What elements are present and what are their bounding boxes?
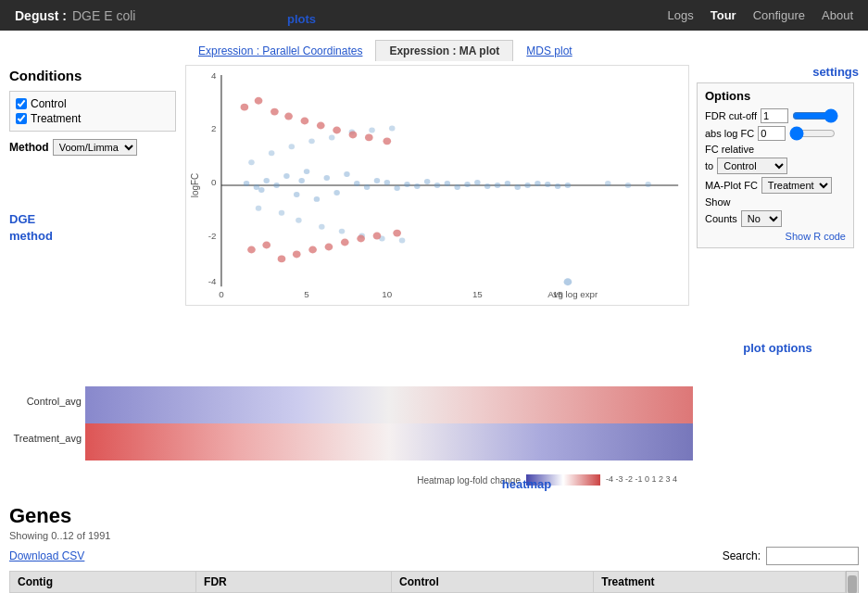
svg-point-34 (424, 179, 431, 184)
svg-text:logFC: logFC (190, 172, 200, 197)
fc-relative-label: FC relative (705, 144, 754, 155)
svg-point-25 (333, 190, 340, 196)
svg-text:0: 0 (211, 178, 216, 187)
nav-tour[interactable]: Tour (711, 8, 736, 22)
fc-relative-label-row: FC relative (705, 144, 846, 155)
svg-point-86 (605, 181, 611, 186)
abs-logfc-input[interactable] (758, 126, 786, 141)
search-label: Search: (723, 549, 761, 562)
genes-table: Contig FDR Control Treatment ptsG5.1e-10… (9, 571, 846, 593)
svg-text:4: 4 (211, 71, 216, 81)
svg-point-43 (514, 184, 521, 190)
svg-point-46 (545, 182, 551, 187)
svg-point-78 (341, 239, 349, 246)
method-select[interactable]: Voom/Limma (53, 139, 137, 156)
svg-point-88 (645, 182, 651, 187)
svg-point-82 (373, 233, 382, 240)
scrollbar-thumb[interactable] (848, 575, 857, 593)
svg-text:10: 10 (382, 290, 392, 299)
svg-point-48 (565, 183, 572, 188)
svg-text:-4: -4 (208, 278, 217, 287)
nav-configure[interactable]: Configure (753, 8, 805, 22)
condition-control-checkbox[interactable] (16, 98, 27, 109)
show-r-code-link[interactable]: Show R code (705, 231, 846, 242)
svg-text:15: 15 (553, 290, 563, 299)
genes-title: Genes (9, 504, 859, 528)
svg-point-19 (283, 173, 290, 179)
svg-point-70 (278, 255, 286, 262)
condition-list: Control Treatment (9, 91, 176, 132)
svg-point-74 (308, 246, 317, 253)
svg-point-76 (325, 244, 333, 251)
svg-point-29 (374, 178, 381, 183)
svg-point-65 (241, 104, 249, 111)
heatmap-svg: Control_avg Treatment_avg (9, 372, 695, 473)
condition-treatment-checkbox[interactable] (16, 113, 27, 124)
svg-point-84 (393, 230, 401, 237)
svg-point-27 (354, 181, 360, 186)
svg-point-23 (314, 196, 321, 202)
condition-control[interactable]: Control (16, 97, 170, 110)
svg-point-32 (404, 182, 410, 187)
maplot-fc-row: MA-Plot FC Treatment Control (705, 177, 846, 194)
svg-point-83 (383, 137, 391, 145)
svg-point-20 (294, 192, 300, 197)
search-input[interactable] (766, 547, 859, 565)
fc-to-label: to (705, 160, 713, 171)
fc-to-select[interactable]: Control Treatment (717, 158, 787, 174)
svg-point-36 (445, 181, 451, 186)
svg-point-69 (270, 108, 279, 116)
counts-row: Counts No Yes (705, 210, 846, 227)
svg-point-68 (262, 242, 270, 249)
svg-point-50 (256, 206, 262, 211)
svg-point-66 (247, 246, 256, 253)
table-scrollbar[interactable] (846, 571, 859, 593)
heatmap-section: Control_avg Treatment_avg (0, 362, 868, 495)
heatmap-row1-label: Control_avg (27, 396, 82, 407)
svg-text:15: 15 (472, 290, 483, 299)
options-title: Options (705, 89, 846, 103)
center-col: Expression : Parallel Coordinates Expres… (185, 40, 859, 355)
svg-point-37 (454, 184, 460, 190)
ma-plot-svg: logFC 4 2 0 -2 -4 Avg log expr 0 5 10 (186, 66, 688, 305)
header-brand-area: Degust : DGE E coli (15, 8, 135, 23)
col-control: Control (392, 572, 594, 593)
tab-mds-plot[interactable]: MDS plot (513, 41, 585, 61)
plot-options-annotation: plot options (697, 341, 859, 355)
svg-point-73 (301, 118, 309, 125)
col-fdr: FDR (196, 572, 392, 593)
nav-about[interactable]: About (822, 8, 853, 22)
download-csv-link[interactable]: Download CSV (9, 549, 84, 562)
fdr-input[interactable] (761, 108, 788, 123)
tab-ma-plot[interactable]: Expression : MA plot (375, 40, 513, 61)
method-label: Method (9, 141, 49, 154)
fdr-slider[interactable] (792, 108, 838, 123)
svg-text:0: 0 (219, 290, 223, 299)
genes-controls: Download CSV Search: (9, 547, 859, 565)
maplot-fc-label: MA-Plot FC (705, 180, 758, 191)
fdr-label: FDR cut-off (705, 110, 757, 121)
svg-point-31 (394, 185, 400, 191)
abs-logfc-slider[interactable] (789, 126, 836, 141)
svg-point-80 (357, 235, 365, 243)
nav-logs[interactable]: Logs (668, 8, 694, 22)
svg-point-64 (399, 238, 406, 244)
genes-subtitle: Showing 0..12 of 1991 (9, 530, 859, 541)
tab-parallel-coordinates[interactable]: Expression : Parallel Coordinates (185, 41, 375, 61)
condition-treatment[interactable]: Treatment (16, 112, 170, 125)
abs-logfc-label: abs log FC (705, 128, 754, 139)
show-label: Show (705, 196, 731, 208)
table-header-row: Contig FDR Control Treatment (10, 572, 846, 593)
svg-point-39 (474, 180, 481, 185)
svg-point-33 (414, 183, 421, 189)
main-content: Conditions Control Treatment Method Voom… (0, 31, 868, 355)
abs-logfc-row: abs log FC (705, 126, 846, 141)
svg-point-42 (505, 181, 511, 186)
app-brand: Degust : (15, 8, 67, 23)
counts-select[interactable]: No Yes (741, 210, 782, 227)
conditions-title: Conditions (9, 68, 176, 83)
svg-point-49 (248, 159, 255, 165)
svg-point-87 (625, 183, 632, 188)
header-nav: Logs Tour Configure About (668, 8, 853, 22)
maplot-fc-select[interactable]: Treatment Control (761, 177, 832, 194)
